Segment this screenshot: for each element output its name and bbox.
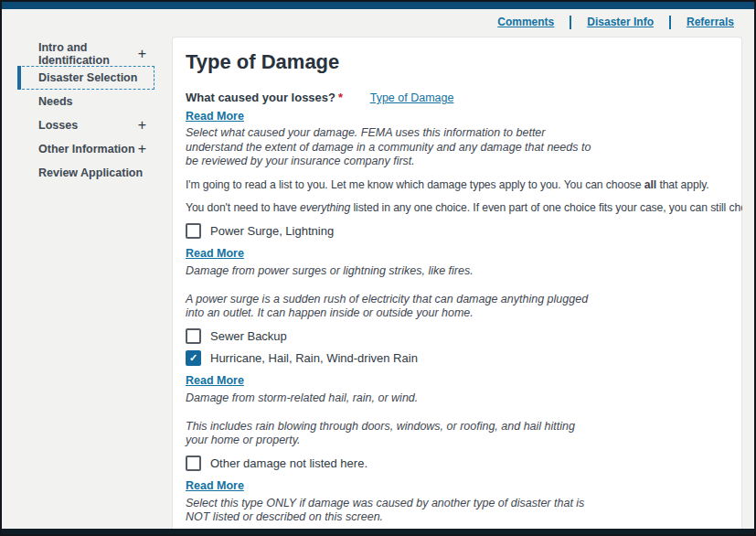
checkbox-label: Sewer Backup [210,329,287,343]
read-more-link[interactable]: Read More [186,247,244,260]
header-nav: Comments Disaster Info Referrals [2,9,754,35]
sidebar-item-review-application[interactable]: Review Application [17,161,154,185]
checkbox-option-hurricane: ✓ Hurricane, Hail, Rain, Wind-driven Rai… [186,350,729,448]
read-more-link[interactable]: Read More [186,479,244,492]
intro-paragraph-2: You don't need to have everything listed… [186,200,729,215]
paragraph-text: listed in any one choice. If even part o… [350,201,742,214]
type-of-damage-link[interactable]: Type of Damage [370,91,454,104]
nav-link-comments[interactable]: Comments [497,16,554,28]
main-column: Type of Damage What caused your losses?*… [172,37,742,529]
body-row: Intro and Identification + Disaster Sele… [2,35,754,529]
checkbox-option-power-surge: Power Surge, Lightning Read More Damage … [186,223,729,321]
plus-icon[interactable]: + [138,142,146,156]
checkbox-row[interactable]: Other damage not listed here. [186,456,729,471]
paragraph-text: that apply. [656,178,709,191]
paragraph-bold-word: all [644,178,656,191]
sidebar-item-intro-and-identification[interactable]: Intro and Identification + [17,42,154,66]
bottom-dark-bar [2,529,754,534]
read-more-link[interactable]: Read More [186,110,244,123]
checkbox-row[interactable]: Power Surge, Lightning [186,223,729,239]
checkbox-hurricane[interactable]: ✓ [186,350,201,366]
checkbox-option-other-damage: Other damage not listed here. Read More … [186,456,729,525]
app-window: Comments Disaster Info Referrals Intro a… [0,0,756,536]
option-description: Damage from power surges or lightning st… [186,264,729,321]
question-help-text: Select what caused your damage. FEMA use… [186,126,729,169]
checkbox-power-surge[interactable] [186,223,201,239]
active-indicator-bar [17,66,21,90]
checkbox-row[interactable]: Sewer Backup [186,328,729,344]
required-asterisk: * [338,91,343,104]
content-panel: Type of Damage What caused your losses?*… [172,37,742,529]
option-description: Damage from storm-related hail, rain, or… [186,391,729,448]
sidebar-nav: Intro and Identification + Disaster Sele… [2,35,172,529]
sidebar-item-disaster-selection[interactable]: Disaster Selection [17,66,154,90]
intro-paragraph-1: I'm going to read a list to you. Let me … [186,177,729,192]
nav-link-referrals[interactable]: Referrals [687,16,734,28]
sidebar-item-label: Disaster Selection [38,71,137,84]
paragraph-italic-word: everything [300,201,350,214]
sidebar-item-other-information[interactable]: Other Information + [17,137,154,161]
nav-separator [570,16,571,29]
nav-link-disaster-info[interactable]: Disaster Info [587,16,654,28]
nav-separator [669,16,671,29]
checkbox-label: Power Surge, Lightning [210,224,334,238]
sidebar-item-label: Losses [38,119,78,132]
checkbox-other-damage[interactable] [186,456,201,471]
paragraph-text: You don't need to have [186,201,300,214]
checkbox-label: Hurricane, Hail, Rain, Wind-driven Rain [210,351,418,365]
option-description: Select this type ONLY if damage was caus… [186,497,729,525]
checkbox-label: Other damage not listed here. [210,456,367,470]
question-label: What caused your losses? [186,91,335,104]
plus-icon[interactable]: + [138,118,146,133]
checkbox-row[interactable]: ✓ Hurricane, Hail, Rain, Wind-driven Rai… [186,350,729,366]
sidebar-item-label: Intro and Identification [38,41,138,67]
checkbox-sewer-backup[interactable] [186,328,201,344]
sidebar-item-losses[interactable]: Losses + [17,113,154,137]
sidebar-item-label: Other Information [38,143,135,155]
top-navy-bar [2,2,754,9]
page-title: Type of Damage [186,50,729,74]
sidebar-item-label: Review Application [38,166,143,179]
question-row: What caused your losses?* Type of Damage [186,91,729,104]
sidebar-item-label: Needs [38,95,73,108]
checkbox-option-sewer-backup: Sewer Backup [186,328,729,344]
read-more-link[interactable]: Read More [186,374,244,387]
sidebar-item-needs[interactable]: Needs [17,90,154,113]
plus-icon[interactable]: + [138,47,146,61]
paragraph-text: I'm going to read a list to you. Let me … [186,178,644,191]
